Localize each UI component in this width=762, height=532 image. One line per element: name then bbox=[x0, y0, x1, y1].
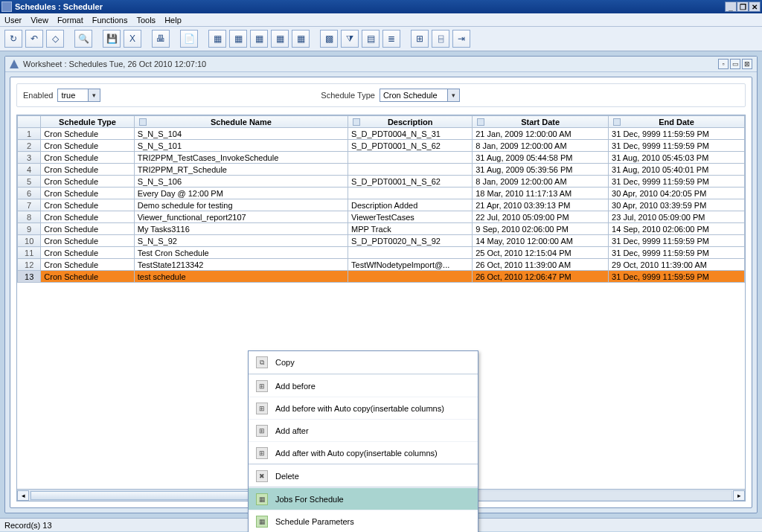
table-row[interactable]: 7Cron ScheduleDemo schedule for testingD… bbox=[18, 199, 745, 211]
col-end-date[interactable]: End Date bbox=[609, 116, 745, 128]
table-row[interactable]: 8Cron ScheduleViewer_functional_report21… bbox=[18, 211, 745, 223]
cell-name[interactable]: TestState1213342 bbox=[134, 259, 348, 271]
enabled-combo[interactable]: true bbox=[57, 89, 100, 102]
cell-end[interactable]: 31 Dec, 9999 11:59:59 PM bbox=[609, 235, 745, 247]
minimize-button[interactable]: _ bbox=[725, 1, 737, 12]
cell-end[interactable]: 31 Aug, 2010 05:45:03 PM bbox=[609, 152, 745, 164]
exit-icon[interactable]: ⇥ bbox=[452, 30, 470, 48]
cell-end[interactable]: 31 Dec, 9999 11:59:59 PM bbox=[609, 128, 745, 140]
cell-name[interactable]: S_N_S_92 bbox=[134, 235, 348, 247]
cell-desc[interactable]: ViewerTestCases bbox=[348, 211, 473, 223]
cell-type[interactable]: Cron Schedule bbox=[41, 211, 134, 223]
col-rownum[interactable]: 13 bbox=[18, 271, 41, 283]
cell-desc[interactable] bbox=[348, 164, 473, 176]
cell-name[interactable]: S_N_S_101 bbox=[134, 140, 348, 152]
cell-start[interactable]: 9 Sep, 2010 02:06:00 PM bbox=[473, 223, 609, 235]
grid-1-icon[interactable]: ▦ bbox=[208, 30, 226, 48]
col-rownum[interactable]: 5 bbox=[18, 176, 41, 188]
cell-name[interactable]: Demo schedule for testing bbox=[134, 199, 348, 211]
col-rownum[interactable]: 3 bbox=[18, 152, 41, 164]
cell-type[interactable]: Cron Schedule bbox=[41, 176, 134, 188]
col-rownum[interactable]: 1 bbox=[18, 128, 41, 140]
cell-end[interactable]: 30 Apr, 2010 03:39:59 PM bbox=[609, 199, 745, 211]
ws-close-icon[interactable]: ⊠ bbox=[742, 59, 752, 69]
menu-functions[interactable]: Functions bbox=[92, 16, 128, 25]
ctx-add-after[interactable]: ⊞ Add after bbox=[249, 419, 478, 441]
table-row[interactable]: 13Cron Scheduletest schedule26 Oct, 2010… bbox=[18, 271, 745, 283]
table-row[interactable]: 12Cron ScheduleTestState1213342TestWfNod… bbox=[18, 259, 745, 271]
table-row[interactable]: 9Cron ScheduleMy Tasks3116MPP Track9 Sep… bbox=[18, 223, 745, 235]
cell-start[interactable]: 21 Apr, 2010 03:39:13 PM bbox=[473, 199, 609, 211]
table-row[interactable]: 1Cron ScheduleS_N_S_104S_D_PDT0004_N_S_3… bbox=[18, 128, 745, 140]
grid-3-icon[interactable]: ▦ bbox=[250, 30, 268, 48]
col-rownum[interactable]: 9 bbox=[18, 223, 41, 235]
cell-desc[interactable] bbox=[348, 188, 473, 199]
cell-name[interactable]: TRI2PPM_TestCases_InvokeSchedule bbox=[134, 152, 348, 164]
report-icon[interactable]: ▤ bbox=[362, 30, 380, 48]
cell-desc[interactable]: MPP Track bbox=[348, 223, 473, 235]
col-rownum[interactable]: 7 bbox=[18, 199, 41, 211]
grid-2-icon[interactable]: ▦ bbox=[229, 30, 247, 48]
chevron-down-icon[interactable] bbox=[447, 89, 459, 101]
ctx-delete[interactable]: ✖ Delete bbox=[249, 464, 478, 487]
undo-icon[interactable]: ↶ bbox=[25, 30, 43, 48]
cell-end[interactable]: 31 Dec, 9999 11:59:59 PM bbox=[609, 140, 745, 152]
cell-type[interactable]: Cron Schedule bbox=[41, 223, 134, 235]
close-button[interactable]: ✕ bbox=[749, 1, 761, 12]
table-row[interactable]: 3Cron ScheduleTRI2PPM_TestCases_InvokeSc… bbox=[18, 152, 745, 164]
cell-name[interactable]: Every Day @ 12:00 PM bbox=[134, 188, 348, 199]
add-row-icon[interactable]: ⊞ bbox=[411, 30, 429, 48]
table-row[interactable]: 2Cron ScheduleS_N_S_101S_D_PDT0001_N_S_6… bbox=[18, 140, 745, 152]
maximize-button[interactable]: ❐ bbox=[737, 1, 749, 12]
col-schedule-name[interactable]: Schedule Name bbox=[134, 116, 348, 128]
menu-user[interactable]: User bbox=[4, 16, 22, 25]
cell-type[interactable]: Cron Schedule bbox=[41, 271, 134, 283]
cell-start[interactable]: 31 Aug, 2009 05:39:56 PM bbox=[473, 164, 609, 176]
cell-desc[interactable]: S_D_PDT0020_N_S_92 bbox=[348, 235, 473, 247]
cell-desc[interactable] bbox=[348, 247, 473, 259]
table-row[interactable]: 4Cron ScheduleTRI2PPM_RT_Schedule31 Aug,… bbox=[18, 164, 745, 176]
cell-end[interactable]: 30 Apr, 2010 04:20:05 PM bbox=[609, 188, 745, 199]
cell-end[interactable]: 31 Aug, 2010 05:40:01 PM bbox=[609, 164, 745, 176]
refresh-icon[interactable]: ↻ bbox=[4, 30, 22, 48]
cell-desc[interactable] bbox=[348, 271, 473, 283]
table-row[interactable]: 11Cron ScheduleTest Cron Schedule25 Oct,… bbox=[18, 247, 745, 259]
menu-format[interactable]: Format bbox=[57, 16, 83, 25]
cell-type[interactable]: Cron Schedule bbox=[41, 235, 134, 247]
cell-start[interactable]: 14 May, 2010 12:00:00 AM bbox=[473, 235, 609, 247]
ctx-add-before[interactable]: ⊞ Add before bbox=[249, 374, 478, 397]
cell-end[interactable]: 29 Oct, 2010 11:39:00 AM bbox=[609, 259, 745, 271]
cell-start[interactable]: 21 Jan, 2009 12:00:00 AM bbox=[473, 128, 609, 140]
ctx-add-after-auto[interactable]: ⊞ Add after with Auto copy(insertable co… bbox=[249, 441, 478, 464]
cell-start[interactable]: 26 Oct, 2010 12:06:47 PM bbox=[473, 271, 609, 283]
cell-name[interactable]: My Tasks3116 bbox=[134, 223, 348, 235]
scroll-right-icon[interactable]: ▸ bbox=[733, 490, 745, 501]
cell-name[interactable]: S_N_S_104 bbox=[134, 128, 348, 140]
ws-max-icon[interactable]: ▭ bbox=[730, 59, 740, 69]
preview-icon[interactable]: 📄 bbox=[180, 30, 198, 48]
cell-type[interactable]: Cron Schedule bbox=[41, 140, 134, 152]
col-start-date[interactable]: Start Date bbox=[473, 116, 609, 128]
table-row[interactable]: 5Cron ScheduleS_N_S_106S_D_PDT0001_N_S_6… bbox=[18, 176, 745, 188]
cell-type[interactable]: Cron Schedule bbox=[41, 128, 134, 140]
grid-4-icon[interactable]: ▦ bbox=[271, 30, 289, 48]
col-rownum[interactable]: 4 bbox=[18, 164, 41, 176]
ctx-schedule-parameters[interactable]: ▦ Schedule Parameters bbox=[249, 510, 478, 532]
ctx-copy[interactable]: ⧉ Copy bbox=[249, 351, 478, 374]
menu-tools[interactable]: Tools bbox=[136, 16, 156, 25]
cell-start[interactable]: 25 Oct, 2010 12:15:04 PM bbox=[473, 247, 609, 259]
cell-desc[interactable]: TestWfNodetypeImport@... bbox=[348, 259, 473, 271]
cell-type[interactable]: Cron Schedule bbox=[41, 259, 134, 271]
cell-end[interactable]: 31 Dec, 9999 11:59:59 PM bbox=[609, 271, 745, 283]
cell-name[interactable]: Viewer_functional_report2107 bbox=[134, 211, 348, 223]
cell-desc[interactable] bbox=[348, 152, 473, 164]
col-schedule-type[interactable]: Schedule Type bbox=[41, 116, 134, 128]
cell-end[interactable]: 31 Dec, 9999 11:59:59 PM bbox=[609, 176, 745, 188]
palette-icon[interactable]: ▩ bbox=[320, 30, 338, 48]
cell-desc[interactable]: Description Added bbox=[348, 199, 473, 211]
save-icon[interactable]: 💾 bbox=[103, 30, 121, 48]
search-icon[interactable]: 🔍 bbox=[74, 30, 92, 48]
col-rownum[interactable]: 8 bbox=[18, 211, 41, 223]
cell-start[interactable]: 8 Jan, 2009 12:00:00 AM bbox=[473, 176, 609, 188]
cell-start[interactable]: 22 Jul, 2010 05:09:00 PM bbox=[473, 211, 609, 223]
